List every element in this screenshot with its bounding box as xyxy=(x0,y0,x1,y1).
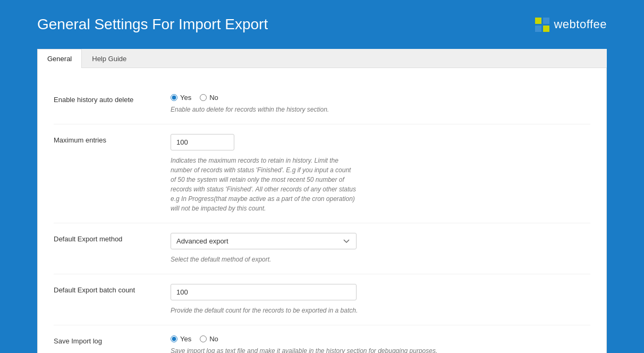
content-default-export-batch: Provide the default count for the record… xyxy=(171,284,590,315)
logo-sq-blue-top xyxy=(543,18,549,24)
desc-default-export-batch: Provide the default count for the record… xyxy=(171,306,590,315)
logo-squares-icon xyxy=(535,18,549,32)
radio-group-history: Yes No xyxy=(171,94,590,102)
content-max-entries: Indicates the maximum records to retain … xyxy=(171,134,590,213)
logo-sq-blue-bottom xyxy=(535,26,541,32)
radio-import-log-yes[interactable]: Yes xyxy=(171,335,191,343)
label-default-export-method: Default Export method xyxy=(54,233,171,243)
radio-history-yes-label: Yes xyxy=(180,94,191,102)
row-max-entries: Maximum entries Indicates the maximum re… xyxy=(54,124,590,223)
tabs-bar: General Help Guide xyxy=(37,49,607,68)
radio-history-no[interactable]: No xyxy=(200,94,218,102)
header: General Settings For Import Export webto… xyxy=(0,0,644,49)
content-save-import-log: Yes No Save import log as text file and … xyxy=(171,335,590,353)
label-save-import-log: Save Import log xyxy=(54,335,171,345)
desc-enable-history: Enable auto delete for records within th… xyxy=(171,105,590,114)
logo-sq-yellow-top xyxy=(535,18,541,24)
radio-import-log-no-input[interactable] xyxy=(200,335,207,342)
main-container: General Help Guide Enable history auto d… xyxy=(37,49,607,353)
row-default-export-batch: Default Export batch count Provide the d… xyxy=(54,274,590,325)
input-default-export-batch[interactable] xyxy=(171,284,357,300)
row-default-export-method: Default Export method Advanced export Ba… xyxy=(54,223,590,274)
content-default-export-method: Advanced export Basic export Select the … xyxy=(171,233,590,264)
radio-history-no-input[interactable] xyxy=(200,94,207,101)
tab-general[interactable]: General xyxy=(37,49,82,68)
radio-import-log-no[interactable]: No xyxy=(200,335,218,343)
page-title: General Settings For Import Export xyxy=(37,16,268,33)
radio-group-import-log: Yes No xyxy=(171,335,590,343)
logo-sq-yellow-bottom xyxy=(543,26,549,32)
radio-import-log-yes-input[interactable] xyxy=(171,335,177,342)
logo-area: webtoffee xyxy=(535,18,607,32)
radio-history-yes[interactable]: Yes xyxy=(171,94,191,102)
radio-import-log-yes-label: Yes xyxy=(180,335,191,343)
logo-text: webtoffee xyxy=(554,18,607,31)
label-max-entries: Maximum entries xyxy=(54,134,171,144)
desc-default-export-method: Select the default method of export. xyxy=(171,255,590,264)
desc-save-import-log: Save import log as text file and make it… xyxy=(171,346,590,353)
row-save-import-log: Save Import log Yes No Save import log a… xyxy=(54,325,590,353)
radio-history-no-label: No xyxy=(209,94,218,102)
tab-help-guide[interactable]: Help Guide xyxy=(82,49,137,68)
label-enable-history: Enable history auto delete xyxy=(54,94,171,104)
label-default-export-batch: Default Export batch count xyxy=(54,284,171,294)
radio-import-log-no-label: No xyxy=(209,335,218,343)
radio-history-yes-input[interactable] xyxy=(171,94,177,101)
input-max-entries[interactable] xyxy=(171,134,234,150)
select-default-export-method[interactable]: Advanced export Basic export xyxy=(171,233,357,249)
content-enable-history: Yes No Enable auto delete for records wi… xyxy=(171,94,590,114)
row-enable-history: Enable history auto delete Yes No Enable… xyxy=(54,84,590,124)
content-area: Enable history auto delete Yes No Enable… xyxy=(37,68,607,353)
desc-max-entries: Indicates the maximum records to retain … xyxy=(171,156,357,213)
